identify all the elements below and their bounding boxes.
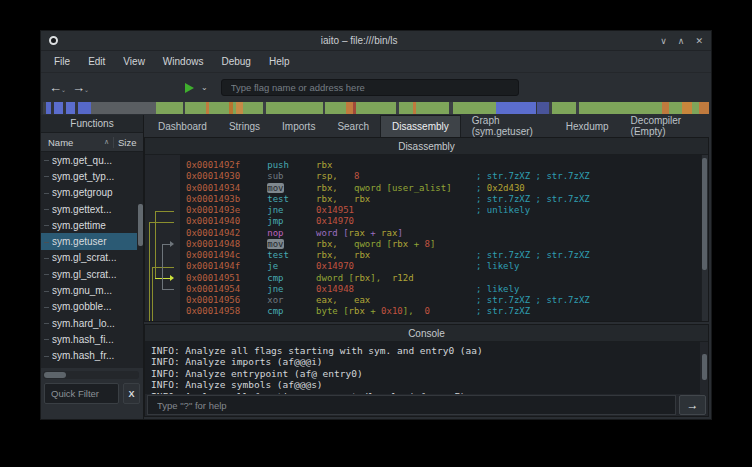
menu-file[interactable]: File — [45, 53, 79, 70]
function-item[interactable]: sym.getuser — [41, 233, 137, 249]
tab-decompiler-empty[interactable]: Decompiler (Empty) — [620, 115, 711, 137]
console-line: INFO: Analyze entrypoint (af@ entry0) — [151, 368, 696, 379]
functions-vertical-scrollbar[interactable] — [138, 204, 143, 246]
back-button[interactable]: ←⌄ — [49, 81, 62, 94]
console-line: INFO: Analyze all functions arguments/lo… — [151, 391, 696, 394]
disassembly-line[interactable]: 0x00014948 mov rbx, qword [rbx + 8] — [186, 239, 701, 250]
content-area: DashboardStringsImportsSearchDisassembly… — [144, 115, 711, 419]
debug-play-icon[interactable] — [185, 83, 194, 93]
jump-arrowhead-target-icon — [170, 241, 174, 247]
title-bar[interactable]: iaito – file:///bin/ls ∨ ∧ ✕ — [41, 31, 711, 51]
function-item[interactable]: sym.gnu_m... — [41, 282, 137, 298]
disassembly-panel: Disassembly — [144, 137, 709, 322]
forward-button[interactable]: →⌄ — [72, 81, 85, 94]
column-header-size[interactable]: Size — [113, 137, 143, 148]
disassembly-line[interactable]: 0x0001494f je 0x14970; likely — [186, 261, 701, 272]
screenshot-stage: iaito – file:///bin/ls ∨ ∧ ✕ FileEditVie… — [0, 0, 752, 467]
disassembly-line[interactable]: 0x0001492f push rbx — [186, 160, 701, 171]
scrollbar-thumb[interactable] — [702, 158, 707, 270]
function-item[interactable]: sym.gl_scrat... — [41, 250, 137, 266]
console-command-input[interactable] — [147, 395, 676, 415]
window-title: iaito – file:///bin/ls — [64, 35, 654, 46]
function-item[interactable]: sym.gettext... — [41, 201, 137, 217]
menu-view[interactable]: View — [114, 53, 154, 70]
maximize-button[interactable]: ∧ — [678, 36, 685, 46]
column-header-name[interactable]: Name ∧ — [41, 137, 113, 148]
function-item[interactable]: sym.getgroup — [41, 185, 137, 201]
function-item[interactable]: sym.gl_scrat... — [41, 266, 137, 282]
console-submit-button[interactable]: → — [679, 395, 706, 415]
console-panel: Console INFO: Analyze all flags starting… — [144, 324, 709, 417]
disassembly-line[interactable]: 0x0001494c test rbx, rbx; str.7zXZ ; str… — [186, 250, 701, 261]
console-command-row: → — [145, 394, 708, 416]
sort-ascending-icon: ∧ — [104, 138, 109, 146]
disassembly-line[interactable]: 0x00014930 sub rsp, 8; str.7zXZ ; str.7z… — [186, 171, 701, 182]
disassembly-line[interactable]: 0x0001493b test rbx, rbx; str.7zXZ ; str… — [186, 194, 701, 205]
close-button[interactable]: ✕ — [695, 36, 703, 46]
tab-disassembly[interactable]: Disassembly — [380, 115, 461, 137]
disassembly-line[interactable]: 0x00014956 xor eax, eax; str.7zXZ ; str.… — [186, 295, 701, 306]
menu-bar: FileEditViewWindowsDebugHelp — [41, 51, 711, 73]
menu-help[interactable]: Help — [260, 53, 299, 70]
minimize-button[interactable]: ∨ — [660, 36, 667, 46]
menu-edit[interactable]: Edit — [79, 53, 114, 70]
main-area: Functions Name ∧ Size sym.get_qu...sym.g… — [41, 115, 711, 419]
console-output[interactable]: INFO: Analyze all flags starting with sy… — [145, 342, 708, 394]
scrollbar-thumb[interactable] — [702, 354, 707, 380]
disassembly-comment: ; str.7zXZ ; str.7zXZ — [476, 171, 590, 182]
jump-arrow-jmp — [149, 222, 150, 321]
disassembly-comment: ; likely — [476, 284, 519, 295]
jump-arrow-je — [152, 267, 153, 321]
console-panel-header[interactable]: Console — [145, 325, 708, 342]
disassembly-panel-header[interactable]: Disassembly — [145, 138, 708, 155]
menu-windows[interactable]: Windows — [154, 53, 213, 70]
console-scrollbar[interactable] — [700, 342, 708, 394]
tab-hexdump[interactable]: Hexdump — [555, 115, 620, 137]
function-item[interactable]: sym.get_typ... — [41, 168, 137, 184]
scrollbar-thumb[interactable] — [44, 372, 66, 378]
clear-filter-button[interactable]: X — [123, 383, 140, 404]
function-item[interactable]: sym.hash_fr... — [41, 348, 137, 364]
disassembly-line[interactable]: 0x00014934 mov rbx, qword [user_alist]; … — [186, 183, 701, 194]
function-item[interactable]: sym.gettime — [41, 217, 137, 233]
disassembly-comment: ; str.7zXZ ; str.7zXZ — [476, 194, 590, 205]
quick-filter-input[interactable] — [44, 383, 119, 404]
jump-arrow-jne-up — [162, 244, 170, 245]
jump-arrow-jne-down — [155, 211, 156, 279]
disassembly-view[interactable]: 0x0001492f push rbx0x00014930 sub rsp, 8… — [145, 155, 708, 321]
disassembly-line[interactable]: 0x00014942 nop word [rax + rax] — [186, 228, 701, 239]
function-item[interactable]: sym.hash_fi... — [41, 331, 137, 347]
disassembly-line[interactable]: 0x00014940 jmp 0x14970 — [186, 216, 701, 227]
tab-strings[interactable]: Strings — [218, 115, 271, 137]
forward-dropdown-icon: ⌄ — [84, 84, 89, 97]
tab-imports[interactable]: Imports — [271, 115, 326, 137]
toolbar: ←⌄ →⌄ ⌄ — [41, 73, 711, 102]
app-logo-icon — [49, 36, 58, 45]
memory-map-bar[interactable] — [43, 102, 709, 114]
function-item[interactable]: sym.hard_lo... — [41, 315, 137, 331]
tab-dashboard[interactable]: Dashboard — [147, 115, 218, 137]
console-line: INFO: Analyze imports (af@@@i) — [151, 356, 696, 367]
tab-graph-sym-getuser[interactable]: Graph (sym.getuser) — [461, 115, 555, 137]
functions-list: sym.get_qu...sym.get_typ...sym.getgroups… — [41, 152, 143, 368]
jump-arrow-jne-down — [155, 211, 174, 212]
disassembly-listing[interactable]: 0x0001492f push rbx0x00014930 sub rsp, 8… — [180, 155, 701, 321]
play-dropdown-icon[interactable]: ⌄ — [201, 83, 208, 92]
back-dropdown-icon: ⌄ — [61, 84, 66, 97]
disassembly-line[interactable]: 0x0001493e jne 0x14951; unlikely — [186, 205, 701, 216]
function-item[interactable]: sym.get_qu... — [41, 152, 137, 168]
disassembly-comment: ; 0x2d430 — [476, 183, 525, 194]
app-window: iaito – file:///bin/ls ∨ ∧ ✕ FileEditVie… — [40, 30, 712, 420]
disassembly-scrollbar[interactable] — [701, 155, 708, 321]
flag-search-input[interactable] — [221, 79, 519, 96]
functions-horizontal-scrollbar[interactable] — [43, 371, 139, 379]
disassembly-comment: ; likely — [476, 261, 519, 272]
disassembly-line[interactable]: 0x00014958 cmp byte [rbx + 0x10], 0; str… — [186, 306, 701, 317]
menu-debug[interactable]: Debug — [212, 53, 259, 70]
tab-search[interactable]: Search — [326, 115, 380, 137]
function-item[interactable]: sym.gobble... — [41, 299, 137, 315]
disassembly-line[interactable]: 0x00014954 jne 0x14948; likely — [186, 284, 701, 295]
disassembly-line[interactable]: 0x00014951 cmp dword [rbx], r12d — [186, 273, 701, 284]
functions-panel-title: Functions — [41, 115, 143, 133]
jump-arrow-jne-up — [162, 289, 174, 290]
